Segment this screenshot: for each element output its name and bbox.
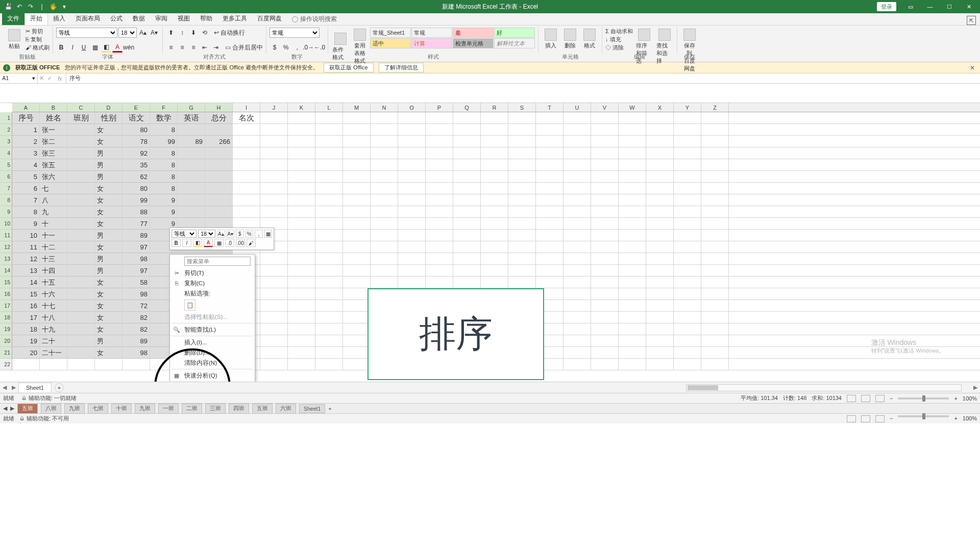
row-header[interactable]: 9 xyxy=(0,206,12,218)
cell[interactable] xyxy=(701,312,729,323)
cell[interactable] xyxy=(398,147,426,159)
cell[interactable] xyxy=(315,171,343,183)
cell[interactable] xyxy=(453,241,481,253)
cell[interactable] xyxy=(591,253,619,265)
fx-icon[interactable]: fx xyxy=(56,76,64,82)
cell[interactable] xyxy=(536,265,564,277)
cell[interactable] xyxy=(343,359,371,370)
cell[interactable] xyxy=(67,241,95,253)
secondary-sheet-tab[interactable]: 四班 xyxy=(229,404,249,414)
worksheet-grid[interactable]: ABCDEFGHIJKLMNOPQRSTUVWXYZ 1234567891011… xyxy=(0,103,980,382)
row-header[interactable]: 4 xyxy=(0,147,12,159)
cell[interactable] xyxy=(315,194,343,206)
cell[interactable] xyxy=(260,312,288,323)
cell[interactable] xyxy=(122,359,150,370)
cell[interactable]: 35 xyxy=(122,159,150,171)
cell[interactable] xyxy=(701,218,729,230)
cell[interactable] xyxy=(564,230,591,241)
cell[interactable] xyxy=(260,194,288,206)
cell[interactable] xyxy=(591,230,619,241)
wrap-text-button[interactable]: ↩ 自动换行 xyxy=(214,29,245,37)
cell[interactable]: 12 xyxy=(12,253,40,265)
cell[interactable] xyxy=(426,265,453,277)
cell[interactable] xyxy=(315,206,343,218)
cell[interactable] xyxy=(591,194,619,206)
col-header[interactable]: G xyxy=(178,103,205,112)
cell[interactable] xyxy=(67,323,95,335)
minimize-icon[interactable]: — xyxy=(921,1,939,12)
cell[interactable] xyxy=(701,112,729,124)
cell[interactable]: 十八 xyxy=(40,312,67,323)
cell[interactable] xyxy=(453,265,481,277)
scroll-right-icon[interactable]: ▶ xyxy=(971,384,980,391)
italic-icon[interactable]: I xyxy=(67,42,78,53)
cell[interactable] xyxy=(536,112,564,124)
cell[interactable]: 9 xyxy=(150,206,178,218)
cell[interactable] xyxy=(371,183,398,194)
fill-color-icon[interactable]: ◧ xyxy=(101,42,111,53)
cell[interactable] xyxy=(619,312,646,323)
mini-inc-font-icon[interactable]: A▴ xyxy=(217,230,225,238)
cell[interactable] xyxy=(674,300,701,312)
cell[interactable] xyxy=(481,124,508,136)
cell[interactable] xyxy=(453,194,481,206)
cell[interactable] xyxy=(564,312,591,323)
cell[interactable] xyxy=(178,206,205,218)
cell[interactable]: 男 xyxy=(95,253,122,265)
mini-size-select[interactable]: 18 xyxy=(198,230,215,238)
column-headers[interactable]: ABCDEFGHIJKLMNOPQRSTUVWXYZ xyxy=(12,103,980,112)
cell[interactable] xyxy=(591,136,619,147)
cell[interactable] xyxy=(701,253,729,265)
cell[interactable] xyxy=(426,124,453,136)
tab-insert[interactable]: 插入 xyxy=(48,12,70,25)
close-warning-icon[interactable]: ✕ xyxy=(968,64,977,71)
cell[interactable]: 99 xyxy=(122,194,150,206)
cell[interactable] xyxy=(315,347,343,359)
cell[interactable] xyxy=(398,183,426,194)
cell[interactable] xyxy=(398,277,426,288)
cell[interactable]: 女 xyxy=(95,124,122,136)
cell[interactable] xyxy=(67,359,95,370)
cell[interactable] xyxy=(205,159,233,171)
cell[interactable] xyxy=(343,241,371,253)
cell[interactable] xyxy=(343,147,371,159)
cell[interactable]: 男 xyxy=(95,159,122,171)
row-header[interactable]: 1 xyxy=(0,112,12,124)
cell[interactable] xyxy=(315,159,343,171)
cell[interactable] xyxy=(619,147,646,159)
tab-file[interactable]: 文件 xyxy=(2,12,24,25)
cell[interactable] xyxy=(508,218,536,230)
cell[interactable] xyxy=(288,312,315,323)
cell[interactable] xyxy=(646,323,674,335)
inc-decimal-icon[interactable]: .0→ xyxy=(303,42,313,53)
cell[interactable] xyxy=(591,359,619,370)
cell[interactable]: 18 xyxy=(12,323,40,335)
cell[interactable] xyxy=(536,124,564,136)
cell[interactable] xyxy=(426,253,453,265)
save-icon[interactable]: 💾 xyxy=(4,3,12,11)
cell[interactable] xyxy=(591,300,619,312)
cell[interactable] xyxy=(453,183,481,194)
zoom-out-icon-2[interactable]: − xyxy=(890,415,893,422)
cell[interactable] xyxy=(178,124,205,136)
cell[interactable] xyxy=(646,253,674,265)
cell[interactable] xyxy=(260,277,288,288)
login-button[interactable]: 登录 xyxy=(877,2,896,11)
cut-button[interactable]: ✂ 剪切 xyxy=(26,28,50,35)
cell[interactable] xyxy=(646,230,674,241)
cell[interactable]: 4 xyxy=(12,159,40,171)
cell[interactable] xyxy=(481,183,508,194)
cell[interactable]: 92 xyxy=(122,147,150,159)
cell[interactable] xyxy=(481,112,508,124)
cell[interactable] xyxy=(371,171,398,183)
cell[interactable] xyxy=(260,171,288,183)
fill-button[interactable]: ↓ 填充 xyxy=(605,36,633,43)
tab-review[interactable]: 审阅 xyxy=(150,12,173,25)
cell[interactable] xyxy=(453,136,481,147)
cell[interactable] xyxy=(343,183,371,194)
cell[interactable] xyxy=(674,323,701,335)
cell[interactable]: 16 xyxy=(12,300,40,312)
cell[interactable] xyxy=(646,312,674,323)
cell[interactable] xyxy=(674,159,701,171)
cell[interactable]: 张五 xyxy=(40,159,67,171)
